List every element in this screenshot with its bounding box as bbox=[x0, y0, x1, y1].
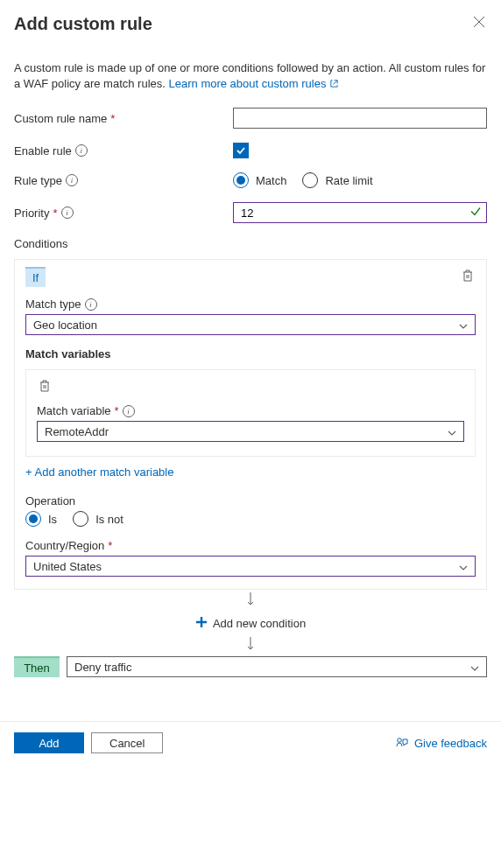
required-marker: * bbox=[110, 112, 115, 125]
add-button[interactable]: Add bbox=[14, 732, 84, 753]
rule-type-label: Rule type i bbox=[14, 174, 233, 187]
country-region-label: Country/Region * bbox=[25, 539, 476, 552]
match-variable-label: Match variable * i bbox=[37, 404, 464, 417]
intro-text: A custom rule is made up of one or more … bbox=[14, 60, 487, 92]
info-icon[interactable]: i bbox=[61, 206, 74, 219]
trash-icon bbox=[39, 379, 51, 393]
chevron-down-icon bbox=[459, 318, 468, 332]
external-link-icon bbox=[329, 79, 339, 88]
select-value: Deny traffic bbox=[74, 661, 132, 674]
radio-icon bbox=[302, 172, 318, 188]
operation-label: Operation bbox=[25, 494, 476, 508]
close-icon[interactable] bbox=[471, 14, 487, 33]
radio-label: Match bbox=[256, 174, 286, 187]
radio-icon bbox=[25, 511, 41, 527]
match-type-select[interactable]: Geo location bbox=[25, 314, 476, 335]
priority-input[interactable] bbox=[233, 202, 487, 223]
conditions-container: If Match type i Geo location Match varia… bbox=[14, 259, 487, 590]
match-type-label: Match type i bbox=[25, 298, 476, 311]
rule-type-match-radio[interactable]: Match bbox=[233, 172, 286, 188]
required-marker: * bbox=[115, 404, 119, 417]
give-feedback-link[interactable]: Give feedback bbox=[395, 736, 487, 750]
required-marker: * bbox=[53, 206, 57, 220]
chevron-down-icon bbox=[448, 425, 456, 438]
add-new-condition-button[interactable]: Add new condition bbox=[14, 612, 487, 634]
enable-rule-checkbox[interactable] bbox=[233, 143, 249, 158]
select-value: Geo location bbox=[33, 318, 97, 332]
chevron-down-icon bbox=[459, 560, 468, 573]
add-match-variable-link[interactable]: + Add another match variable bbox=[25, 466, 173, 479]
trash-icon bbox=[462, 269, 474, 283]
arrow-down-icon bbox=[14, 592, 487, 610]
select-value: RemoteAddr bbox=[45, 425, 109, 438]
arrow-down-icon bbox=[14, 636, 487, 654]
match-variables-container: Match variable * i RemoteAddr bbox=[25, 369, 476, 457]
country-region-select[interactable]: United States bbox=[25, 556, 476, 577]
radio-icon bbox=[73, 511, 88, 527]
info-icon[interactable]: i bbox=[75, 144, 88, 157]
info-icon[interactable]: i bbox=[66, 174, 78, 186]
add-condition-label: Add new condition bbox=[213, 617, 306, 630]
info-icon[interactable]: i bbox=[85, 298, 97, 311]
operation-isnot-radio[interactable]: Is not bbox=[73, 511, 123, 527]
rule-type-ratelimit-radio[interactable]: Rate limit bbox=[302, 172, 372, 188]
svg-point-0 bbox=[398, 738, 402, 743]
info-icon[interactable]: i bbox=[123, 405, 135, 417]
custom-rule-name-input[interactable] bbox=[233, 108, 487, 129]
plus-icon bbox=[195, 615, 208, 631]
conditions-heading: Conditions bbox=[14, 237, 487, 250]
radio-label: Rate limit bbox=[325, 174, 372, 187]
select-value: United States bbox=[33, 560, 102, 573]
then-chip: Then bbox=[14, 656, 60, 677]
page-title: Add custom rule bbox=[14, 14, 152, 34]
learn-more-link[interactable]: Learn more about custom rules bbox=[169, 77, 340, 90]
chevron-down-icon bbox=[470, 661, 479, 674]
radio-label: Is bbox=[48, 513, 57, 526]
cancel-button[interactable]: Cancel bbox=[91, 732, 163, 753]
delete-variable-button[interactable] bbox=[37, 381, 53, 397]
feedback-icon bbox=[395, 736, 409, 750]
delete-condition-button[interactable] bbox=[460, 267, 476, 287]
operation-is-radio[interactable]: Is bbox=[25, 511, 57, 527]
radio-label: Is not bbox=[95, 513, 123, 526]
enable-rule-label: Enable rule i bbox=[14, 144, 233, 158]
then-action-select[interactable]: Deny traffic bbox=[67, 656, 487, 677]
match-variable-select[interactable]: RemoteAddr bbox=[37, 421, 464, 442]
match-variables-heading: Match variables bbox=[25, 347, 476, 360]
check-icon bbox=[236, 145, 246, 156]
if-chip: If bbox=[25, 267, 46, 287]
custom-rule-name-label: Custom rule name * bbox=[14, 112, 233, 125]
radio-icon bbox=[233, 172, 249, 188]
priority-label: Priority * i bbox=[14, 206, 233, 220]
required-marker: * bbox=[108, 539, 112, 552]
